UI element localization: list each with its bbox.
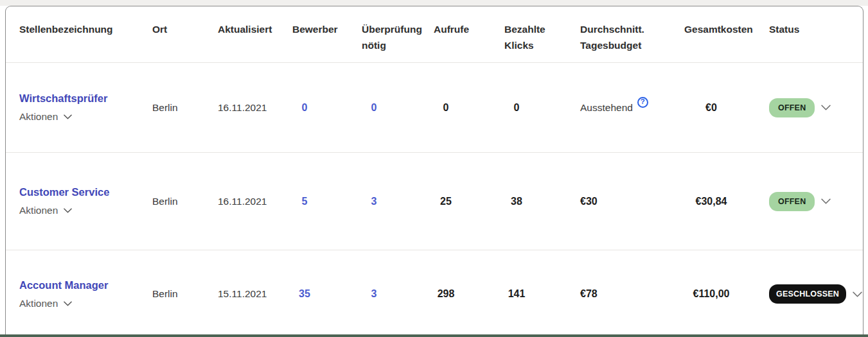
- actions-label: Aktionen: [19, 298, 58, 309]
- status-badge: OFFEN: [769, 98, 815, 117]
- chevron-down-icon: [821, 198, 831, 204]
- ort-value: Berlin: [152, 102, 178, 113]
- column-header-bezahlte-klicks: Bezahlte Klicks: [504, 21, 580, 53]
- chevron-down-icon: [64, 208, 72, 213]
- job-title-cell: Account Manager Aktionen: [19, 279, 152, 309]
- job-title-cell: Customer Service Aktionen: [19, 186, 152, 216]
- tagesbudget-cell: €78: [580, 288, 684, 300]
- ueberpruefung-count-link[interactable]: 0: [362, 102, 386, 114]
- job-title-link[interactable]: Account Manager: [19, 279, 108, 291]
- aktualisiert-value: 16.11.2021: [218, 102, 267, 113]
- gesamtkosten-value: €30,84: [684, 196, 738, 207]
- column-header-gesamtkosten: Gesamtkosten: [684, 21, 769, 37]
- table-row: Account Manager Aktionen Berlin 15.11.20…: [6, 250, 863, 337]
- actions-dropdown[interactable]: Aktionen: [19, 205, 72, 216]
- chevron-down-icon: [64, 114, 72, 119]
- chevron-down-icon: [64, 301, 72, 306]
- bewerber-count-link[interactable]: 35: [292, 288, 317, 300]
- bewerber-count-link[interactable]: 0: [292, 102, 317, 114]
- aktualisiert-value: 15.11.2021: [218, 288, 267, 299]
- aufrufe-value: 25: [434, 196, 458, 207]
- status-badge: OFFEN: [769, 192, 815, 211]
- aufrufe-value: 0: [434, 102, 458, 114]
- column-header-ueberpruefung-noetig: Überprüfung nötig: [362, 21, 434, 53]
- tagesbudget-cell: €30: [580, 196, 684, 207]
- ort-value: Berlin: [152, 196, 178, 207]
- tagesbudget-cell: Ausstehend ?: [580, 102, 684, 114]
- job-title-link[interactable]: Wirtschaftsprüfer: [19, 92, 107, 105]
- job-title-link[interactable]: Customer Service: [19, 186, 109, 198]
- tagesbudget-value: €78: [580, 288, 598, 300]
- column-header-aktualisiert: Aktualisiert: [218, 21, 292, 37]
- table-header: Stellenbezeichnung Ort Aktualisiert Bewe…: [6, 6, 863, 63]
- status-badge: GESCHLOSSEN: [769, 284, 846, 304]
- column-header-aufrufe: Aufrufe: [434, 21, 504, 37]
- actions-dropdown[interactable]: Aktionen: [19, 298, 72, 309]
- table-row: Customer Service Aktionen Berlin 16.11.2…: [6, 152, 863, 250]
- tagesbudget-value: Ausstehend: [580, 102, 633, 114]
- window-bottom-edge: [0, 334, 868, 337]
- tagesbudget-value: €30: [580, 196, 598, 207]
- chevron-down-icon: [853, 291, 862, 297]
- column-header-stellenbezeichnung: Stellenbezeichnung: [19, 21, 152, 37]
- column-header-ort: Ort: [152, 21, 218, 37]
- ort-value: Berlin: [152, 288, 178, 299]
- actions-label: Aktionen: [19, 205, 58, 216]
- status-dropdown[interactable]: OFFEN: [769, 192, 831, 211]
- bewerber-count-link[interactable]: 5: [292, 196, 317, 207]
- chevron-down-icon: [821, 105, 831, 110]
- jobs-table-card: Stellenbezeichnung Ort Aktualisiert Bewe…: [5, 6, 864, 337]
- actions-label: Aktionen: [19, 111, 58, 123]
- status-dropdown[interactable]: OFFEN: [769, 98, 831, 117]
- aktualisiert-value: 16.11.2021: [218, 196, 267, 207]
- job-title-cell: Wirtschaftsprüfer Aktionen: [19, 92, 152, 123]
- ueberpruefung-count-link[interactable]: 3: [362, 288, 386, 300]
- aufrufe-value: 298: [434, 288, 458, 300]
- column-header-status: Status: [769, 21, 863, 37]
- help-icon[interactable]: ?: [637, 97, 648, 108]
- gesamtkosten-value: €0: [684, 102, 738, 114]
- column-header-bewerber: Bewerber: [292, 21, 362, 37]
- page-top-strip: [0, 0, 868, 6]
- gesamtkosten-value: €110,00: [684, 288, 738, 300]
- bezahlte-klicks-value: 141: [504, 288, 529, 300]
- status-dropdown[interactable]: GESCHLOSSEN: [769, 284, 862, 304]
- bezahlte-klicks-value: 38: [504, 196, 529, 207]
- column-header-tagesbudget: Durchschnitt. Tagesbudget: [580, 21, 684, 53]
- actions-dropdown[interactable]: Aktionen: [19, 111, 72, 123]
- bezahlte-klicks-value: 0: [504, 102, 529, 114]
- table-row: Wirtschaftsprüfer Aktionen Berlin 16.11.…: [6, 63, 863, 152]
- ueberpruefung-count-link[interactable]: 3: [362, 196, 386, 207]
